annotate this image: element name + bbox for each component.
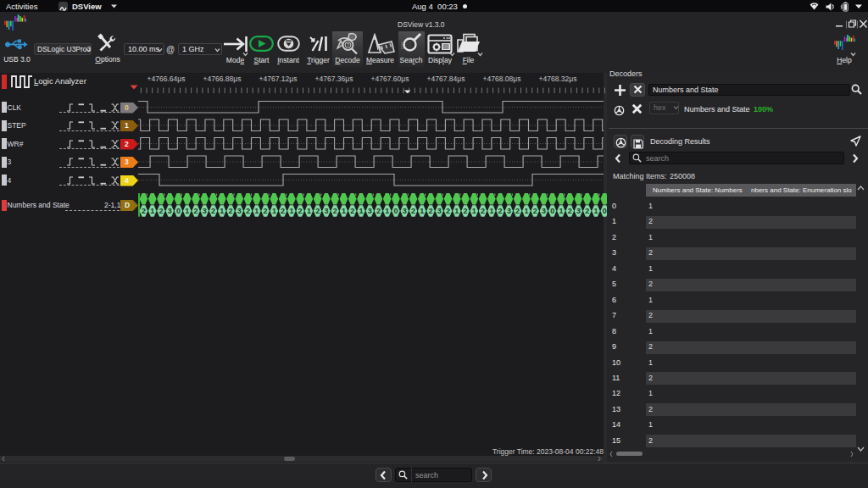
svg-text:1: 1: [489, 207, 493, 215]
svg-text:1: 1: [342, 207, 346, 215]
svg-text:3: 3: [437, 207, 442, 215]
svg-text:2: 2: [464, 207, 468, 215]
svg-text:2: 2: [481, 207, 485, 215]
svg-text:1: 1: [472, 207, 476, 215]
svg-text:1: 1: [289, 207, 293, 215]
svg-text:1: 1: [254, 207, 259, 215]
svg-text:3: 3: [403, 207, 407, 215]
svg-text:1: 1: [272, 207, 276, 215]
svg-text:0: 0: [603, 207, 607, 215]
svg-text:2: 2: [568, 207, 572, 215]
svg-text:0: 0: [393, 207, 398, 215]
svg-text:2: 2: [446, 207, 450, 215]
svg-text:2: 2: [498, 207, 503, 215]
svg-text:1: 1: [420, 207, 424, 215]
svg-text:2: 2: [515, 207, 520, 215]
svg-text:2: 2: [315, 207, 320, 215]
svg-text:2: 2: [585, 207, 589, 215]
svg-text:3: 3: [168, 207, 172, 215]
svg-text:1: 1: [454, 207, 459, 215]
svg-text:1: 1: [307, 207, 311, 215]
svg-text:2: 2: [376, 207, 381, 215]
svg-text:2: 2: [142, 207, 146, 215]
svg-text:2: 2: [281, 207, 285, 215]
svg-text:2: 2: [411, 207, 415, 215]
svg-text:1: 1: [593, 207, 598, 215]
svg-text:2: 2: [350, 207, 354, 215]
svg-text:3: 3: [324, 207, 328, 215]
svg-text:2: 2: [193, 207, 198, 215]
svg-text:2: 2: [298, 207, 303, 215]
svg-text:1: 1: [185, 207, 189, 215]
svg-text:1: 1: [524, 207, 528, 215]
svg-text:2: 2: [428, 207, 432, 215]
svg-text:1: 1: [150, 207, 154, 215]
svg-text:2: 2: [246, 207, 250, 215]
svg-text:0: 0: [550, 207, 554, 215]
svg-text:2: 2: [533, 207, 537, 215]
svg-text:1: 1: [220, 207, 224, 215]
svg-text:3: 3: [203, 207, 207, 215]
svg-text:2: 2: [159, 207, 163, 215]
svg-text:3: 3: [576, 207, 581, 215]
svg-text:2: 2: [333, 207, 337, 215]
svg-text:0: 0: [176, 207, 181, 215]
svg-text:3: 3: [237, 207, 242, 215]
svg-text:3: 3: [542, 207, 546, 215]
svg-text:2: 2: [264, 207, 268, 215]
svg-text:3: 3: [507, 207, 511, 215]
svg-text:1: 1: [385, 207, 389, 215]
svg-text:1: 1: [559, 207, 563, 215]
svg-text:2: 2: [229, 207, 233, 215]
svg-text:1: 1: [359, 207, 363, 215]
svg-text:3: 3: [368, 207, 372, 215]
svg-text:2: 2: [211, 207, 215, 215]
